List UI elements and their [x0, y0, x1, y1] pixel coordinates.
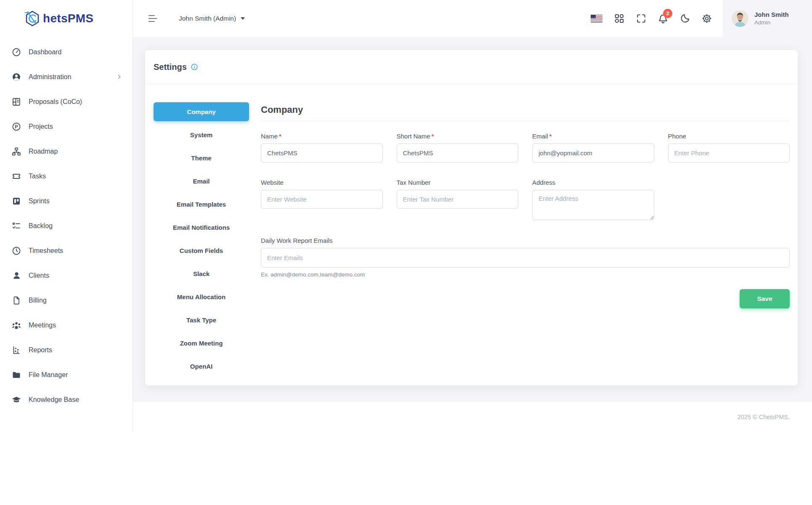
- notification-badge: 2: [663, 9, 672, 18]
- tab-task-type[interactable]: Task Type: [154, 311, 249, 330]
- sidebar-item-reports[interactable]: Reports: [0, 338, 133, 362]
- tasks-icon: [11, 171, 21, 181]
- tab-company[interactable]: Company: [154, 102, 249, 121]
- sidebar-item-proposals-coco[interactable]: Proposals (CoCo): [0, 89, 133, 114]
- phone-input[interactable]: [668, 144, 790, 162]
- tab-menu-allocation[interactable]: Menu Allocation: [154, 287, 249, 306]
- sidebar-item-label: Tasks: [29, 173, 46, 180]
- sidebar-item-projects[interactable]: PProjects: [0, 114, 133, 139]
- svg-text:P: P: [15, 124, 18, 129]
- sidebar-item-knowledge-base[interactable]: Knowledge Base: [0, 387, 133, 412]
- menu-toggle-icon[interactable]: [147, 14, 158, 23]
- tab-theme[interactable]: Theme: [154, 149, 249, 167]
- sidebar-item-file-manager[interactable]: File Manager: [0, 362, 133, 387]
- website-input[interactable]: [261, 190, 383, 209]
- brand-hexagon-icon: [24, 10, 41, 27]
- sidebar: hetsPMS DashboardAdministrationProposals…: [0, 0, 133, 432]
- reports-icon: [11, 345, 21, 355]
- name-field: Name*: [261, 133, 383, 162]
- required-asterisk: *: [549, 133, 552, 140]
- settings-card-header: Settings: [145, 50, 798, 84]
- copyright-text: 2025 © ChetsPMS.: [738, 414, 790, 420]
- tab-slack[interactable]: Slack: [154, 264, 249, 283]
- bell-icon[interactable]: 2: [657, 13, 669, 24]
- meetings-icon: [11, 320, 21, 330]
- address-input[interactable]: [532, 190, 654, 220]
- sidebar-item-label: Administration: [29, 73, 71, 81]
- info-icon[interactable]: [191, 63, 198, 71]
- moon-icon[interactable]: [679, 13, 690, 24]
- sidebar-item-clients[interactable]: Clients: [0, 263, 133, 288]
- website-field: Website: [261, 179, 383, 222]
- sidebar-item-billing[interactable]: Billing: [0, 288, 133, 313]
- page-title: Settings: [154, 62, 187, 72]
- tab-custom-fields[interactable]: Custom Fields: [154, 241, 249, 260]
- sidebar-item-label: Reports: [29, 346, 52, 354]
- company-form: Company Name*Short Name*Email*Phone Webs…: [261, 102, 790, 376]
- content-area: Settings CompanySystemThemeEmailEmail Te…: [133, 37, 812, 402]
- name-input[interactable]: [261, 144, 383, 162]
- fullscreen-icon[interactable]: [635, 13, 647, 24]
- sidebar-item-administration[interactable]: Administration: [0, 64, 133, 89]
- user-role: Admin: [754, 19, 789, 27]
- sidebar-item-dashboard[interactable]: Dashboard: [0, 40, 133, 64]
- sidebar-item-roadmap[interactable]: Roadmap: [0, 139, 133, 164]
- us-flag-icon[interactable]: [590, 13, 603, 24]
- tax-number-field: Tax Number: [397, 179, 519, 222]
- phone-label: Phone: [668, 133, 790, 140]
- settings-card: Settings CompanySystemThemeEmailEmail Te…: [145, 50, 798, 385]
- tab-zoom-meeting[interactable]: Zoom Meeting: [154, 334, 249, 353]
- address-label: Address: [532, 179, 654, 186]
- email-input[interactable]: [532, 144, 654, 162]
- user-profile-chip[interactable]: John Smith Admin: [723, 0, 812, 37]
- sidebar-item-label: Projects: [29, 123, 53, 130]
- email-field: Email*: [532, 133, 654, 162]
- chevron-down-icon: [241, 17, 245, 20]
- form-actions: Save: [261, 289, 790, 308]
- brand-logo[interactable]: hetsPMS: [0, 0, 133, 37]
- grid-icon[interactable]: [613, 13, 625, 24]
- short-name-input[interactable]: [397, 144, 519, 162]
- address-field: Address: [532, 179, 654, 222]
- sidebar-item-label: Dashboard: [29, 48, 61, 56]
- chevron-right-icon: [116, 74, 122, 80]
- projects-icon: P: [11, 122, 21, 132]
- tab-email-notifications[interactable]: Email Notifications: [154, 218, 249, 237]
- avatar: [732, 10, 748, 27]
- roadmap-icon: [11, 146, 21, 157]
- tab-email-templates[interactable]: Email Templates: [154, 195, 249, 214]
- required-asterisk: *: [279, 133, 281, 140]
- email-label: Email*: [532, 133, 654, 140]
- form-row-2: WebsiteTax NumberAddress: [261, 179, 790, 222]
- sidebar-item-backlog[interactable]: Backlog: [0, 213, 133, 238]
- sidebar-nav: DashboardAdministrationProposals (CoCo)P…: [0, 37, 133, 412]
- billing-icon: [11, 295, 21, 306]
- sprints-icon: [11, 196, 21, 206]
- daily-emails-input[interactable]: [261, 248, 790, 268]
- main-area: John Smith (Admin) 2: [133, 0, 812, 432]
- sidebar-item-label: Timesheets: [29, 247, 63, 255]
- sidebar-item-meetings[interactable]: Meetings: [0, 313, 133, 338]
- us-flag-image: [591, 15, 602, 23]
- sidebar-item-tasks[interactable]: Tasks: [0, 164, 133, 189]
- sidebar-item-sprints[interactable]: Sprints: [0, 189, 133, 213]
- settings-card-body: CompanySystemThemeEmailEmail TemplatesEm…: [145, 84, 798, 376]
- administration-icon: [11, 72, 21, 82]
- sidebar-item-timesheets[interactable]: Timesheets: [0, 238, 133, 263]
- user-name: John Smith: [754, 11, 789, 19]
- tab-system[interactable]: System: [154, 125, 249, 144]
- form-row-1: Name*Short Name*Email*Phone: [261, 133, 790, 162]
- save-button[interactable]: Save: [740, 289, 790, 308]
- tab-openai[interactable]: OpenAI: [154, 357, 249, 376]
- tax-number-label: Tax Number: [397, 179, 519, 186]
- topbar-icons: 2: [590, 13, 712, 24]
- tax-number-input[interactable]: [397, 190, 519, 209]
- tab-email[interactable]: Email: [154, 172, 249, 191]
- backlog-icon: [11, 221, 21, 231]
- gear-icon[interactable]: [701, 13, 712, 24]
- settings-tab-list: CompanySystemThemeEmailEmail TemplatesEm…: [154, 102, 249, 376]
- daily-emails-hint: Ex. admin@demo.com,team@demo.com: [261, 271, 790, 278]
- sidebar-item-label: Knowledge Base: [29, 396, 79, 404]
- user-menu-dropdown[interactable]: John Smith (Admin): [179, 15, 245, 22]
- short-name-field: Short Name*: [397, 133, 519, 162]
